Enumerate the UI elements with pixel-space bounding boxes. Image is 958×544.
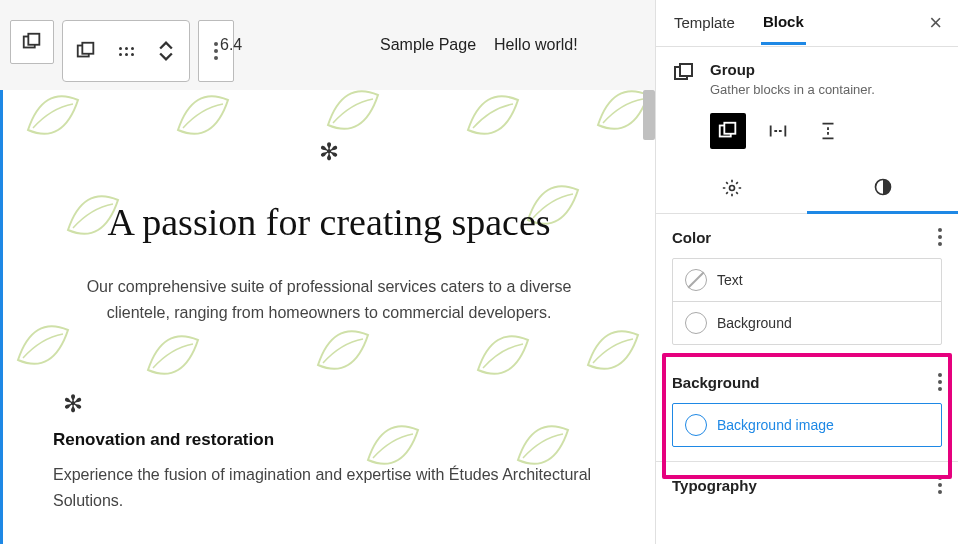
background-panel-label: Background [672,374,760,391]
chevron-down-icon [159,52,173,62]
gear-icon [722,178,742,198]
block-description: Gather blocks in a container. [710,82,875,97]
background-options-menu[interactable] [938,373,942,391]
variant-group[interactable] [710,113,746,149]
color-panel: Color Text Background [656,214,958,359]
editor-canvas[interactable]: ✻ A passion for creating spaces Our comp… [0,90,656,544]
scrollbar-thumb[interactable] [643,90,655,140]
color-background-label: Background [717,315,792,331]
page-lead[interactable]: Our comprehensive suite of professional … [63,274,595,325]
block-name: Group [710,61,875,78]
tab-styles[interactable] [807,163,958,214]
block-type-button[interactable] [69,28,103,74]
drag-handle[interactable] [109,28,143,74]
svg-rect-7 [724,123,735,134]
settings-sidebar: Template Block × Group Gather blocks in … [655,0,958,544]
page-heading[interactable]: A passion for creating spaces [63,200,595,244]
color-text-label: Text [717,272,743,288]
close-icon[interactable]: × [929,10,942,46]
asterisk-icon: ✻ [63,390,83,418]
swatch-none-icon [685,269,707,291]
swatch-empty-icon [685,414,707,436]
half-circle-icon [873,177,893,197]
svg-rect-5 [680,64,692,76]
move-arrows[interactable] [149,28,183,74]
group-icon [672,61,696,85]
tab-block[interactable]: Block [761,13,806,45]
version-label: 6.4 [220,36,242,54]
color-options-menu[interactable] [938,228,942,246]
group-icon-button[interactable] [10,20,54,64]
color-panel-label: Color [672,229,711,246]
svg-rect-3 [82,43,93,54]
tab-template[interactable]: Template [672,14,737,43]
color-background-option[interactable]: Background [673,301,941,344]
content-section: Renovation and restoration Experience th… [53,430,605,513]
typography-panel-label: Typography [672,477,757,494]
variant-stack[interactable] [810,113,846,149]
svg-point-8 [729,186,734,191]
tab-settings[interactable] [656,163,807,213]
nav-link-sample[interactable]: Sample Page [380,36,476,54]
background-image-button[interactable]: Background image [672,403,942,447]
section-text[interactable]: Experience the fusion of imagination and… [53,462,605,513]
svg-rect-1 [28,34,39,45]
variant-row[interactable] [760,113,796,149]
block-info: Group Gather blocks in a container. [656,47,958,163]
settings-tabs [656,163,958,214]
section-heading[interactable]: Renovation and restoration [53,430,605,450]
background-panel: Background Background image [656,359,958,461]
hero-block: A passion for creating spaces Our compre… [3,150,655,341]
page-nav: Sample Page Hello world! [380,36,578,54]
swatch-empty-icon [685,312,707,334]
block-toolbar [62,20,190,82]
background-image-label: Background image [717,417,834,433]
color-text-option[interactable]: Text [673,259,941,301]
group-variants [672,113,942,149]
nav-link-hello[interactable]: Hello world! [494,36,578,54]
sidebar-tabs: Template Block × [656,0,958,47]
chevron-up-icon [159,40,173,50]
editor-topbar: 6.4 Sample Page Hello world! [0,0,656,91]
